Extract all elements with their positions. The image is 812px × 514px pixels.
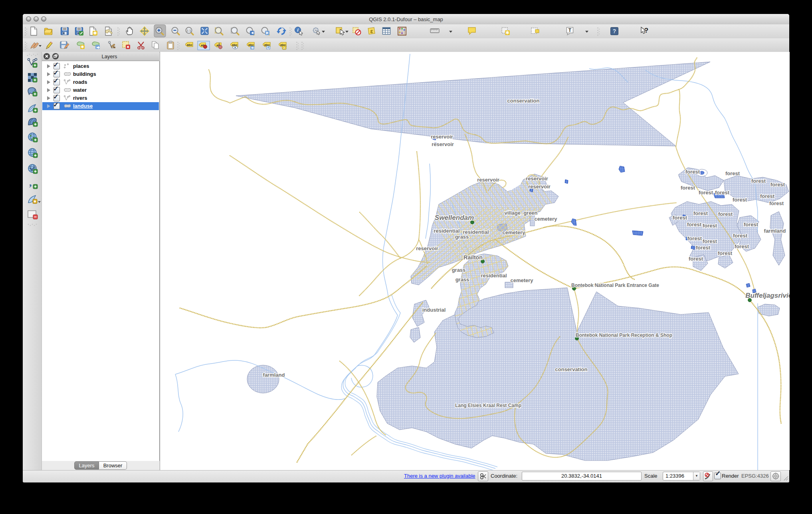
svg-text:forest: forest (718, 250, 733, 256)
svg-text:cemetery: cemetery (510, 277, 533, 283)
svg-text:reservoir: reservoir (432, 141, 454, 147)
svg-text:✱: ✱ (505, 30, 509, 36)
svg-text:reservoir: reservoir (416, 245, 438, 251)
svg-text:conservation: conservation (507, 98, 540, 104)
svg-text:Bontebok National Park Entranc: Bontebok National Park Entrance Gate (571, 283, 659, 288)
svg-text:✱: ✱ (93, 30, 97, 36)
svg-text:forest: forest (744, 221, 759, 227)
svg-text:?: ? (613, 28, 616, 34)
svg-text:forest: forest (715, 190, 730, 196)
svg-text:forest: forest (703, 223, 717, 229)
svg-text:ε: ε (370, 28, 373, 34)
svg-text:forest: forest (769, 200, 784, 206)
svg-text:forest: forest (733, 197, 747, 203)
svg-text:,: , (29, 177, 32, 188)
svg-text:farmland: farmland (263, 372, 285, 378)
svg-text:forest: forest (687, 221, 702, 227)
svg-text:forest: forest (718, 211, 733, 217)
svg-text:forest: forest (703, 238, 717, 244)
svg-text:?: ? (644, 27, 648, 34)
svg-text:reservoir: reservoir (528, 184, 551, 190)
svg-text:forest: forest (685, 169, 700, 175)
svg-text:✱: ✱ (34, 200, 37, 204)
svg-text:Railton: Railton (463, 254, 482, 261)
svg-text:residential: residential (434, 228, 459, 234)
svg-text:village_green: village_green (504, 210, 537, 216)
svg-text:forest: forest (687, 235, 702, 241)
svg-text:cemetery: cemetery (534, 216, 557, 222)
svg-text:forest: forest (681, 185, 695, 191)
svg-text:Swellendam: Swellendam (435, 214, 474, 221)
svg-text:forest: forest (696, 245, 711, 251)
svg-text:reservoir: reservoir (526, 176, 548, 182)
svg-text:1:1: 1:1 (186, 29, 191, 32)
svg-text:forest: forest (673, 215, 687, 221)
svg-text:residential: residential (481, 273, 507, 279)
svg-text:forest: forest (693, 210, 708, 216)
svg-text:reservoir: reservoir (431, 134, 453, 140)
svg-text:forest: forest (770, 182, 785, 188)
svg-text:Buffeljagsrivier: Buffeljagsrivier (745, 292, 790, 299)
svg-text:forest: forest (699, 190, 713, 196)
svg-text:grass: grass (455, 234, 469, 240)
svg-text:reservoir: reservoir (477, 177, 499, 183)
svg-text:✱: ✱ (81, 45, 84, 49)
svg-text:Bontebok National Park Recepti: Bontebok National Park Reception & Shop (576, 332, 672, 338)
svg-text:forest: forest (760, 193, 775, 199)
svg-text:forest: forest (733, 233, 748, 239)
svg-text:industrial: industrial (422, 307, 446, 313)
svg-text:farmland: farmland (764, 228, 786, 234)
svg-text:cemetery: cemetery (502, 229, 525, 235)
svg-text:conservation: conservation (555, 366, 588, 372)
svg-text:forest: forest (725, 170, 740, 176)
svg-text:forest: forest (735, 243, 749, 249)
svg-text:grass: grass (452, 267, 466, 273)
svg-text:Lang Elsies Kraal Rest Camp: Lang Elsies Kraal Rest Camp (455, 403, 521, 408)
svg-text:forest: forest (751, 178, 766, 184)
svg-text:T: T (568, 28, 572, 33)
svg-text:grass: grass (456, 277, 469, 283)
svg-text:forest: forest (689, 256, 703, 262)
